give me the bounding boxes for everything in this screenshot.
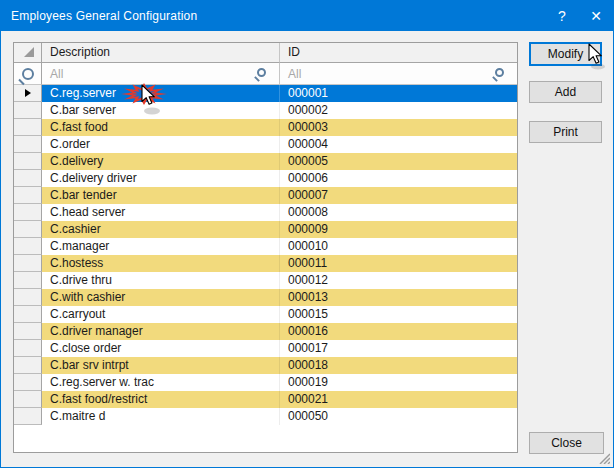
print-button[interactable]: Print: [529, 121, 602, 143]
filter-placeholder: All: [288, 67, 301, 81]
select-all-corner[interactable]: [14, 43, 42, 63]
close-button[interactable]: Close: [529, 432, 604, 454]
table-row[interactable]: C.drive thru 000012: [14, 272, 517, 289]
table-row[interactable]: C.bar srv intrpt 000018: [14, 357, 517, 374]
select-all-triangle-icon: [24, 47, 34, 57]
description-cell: C.bar srv intrpt: [42, 357, 280, 374]
id-cell: 000012: [280, 272, 517, 289]
grid-header-row: Description ID: [14, 43, 517, 63]
id-cell: 000050: [280, 408, 517, 425]
description-cell: C.maitre d: [42, 408, 280, 425]
id-cell: 000008: [280, 204, 517, 221]
description-cell: C.manager: [42, 238, 280, 255]
grid-filter-row: All All: [14, 63, 517, 85]
table-row[interactable]: C.delivery 000005: [14, 153, 517, 170]
id-cell: 000016: [280, 323, 517, 340]
id-cell: 000021: [280, 391, 517, 408]
description-cell: C.driver manager: [42, 323, 280, 340]
table-row[interactable]: C.fast food 000003: [14, 119, 517, 136]
description-cell: C.carryout: [42, 306, 280, 323]
table-row[interactable]: C.maitre d 000050: [14, 408, 517, 425]
row-header-cell: [14, 340, 42, 357]
row-header-cell: [14, 374, 42, 391]
row-header-cell: [14, 136, 42, 153]
row-header-cell: [14, 289, 42, 306]
dialog-window: Employees General Configuration ? ✕ Desc…: [0, 0, 614, 468]
table-row[interactable]: C.bar server 000002: [14, 102, 517, 119]
table-row[interactable]: C.delivery driver 000006: [14, 170, 517, 187]
id-cell: 000007: [280, 187, 517, 204]
description-cell: C.fast food/restrict: [42, 391, 280, 408]
search-icon[interactable]: [495, 68, 504, 77]
filter-placeholder: All: [50, 67, 63, 81]
row-header-cell: [14, 357, 42, 374]
id-cell: 000002: [280, 102, 517, 119]
id-cell: 000010: [280, 238, 517, 255]
description-cell: C.bar server: [42, 102, 280, 119]
id-filter-input[interactable]: All: [280, 63, 517, 85]
description-cell: C.drive thru: [42, 272, 280, 289]
id-cell: 000018: [280, 357, 517, 374]
table-row[interactable]: C.reg.server 000001: [14, 85, 517, 102]
id-cell: 000006: [280, 170, 517, 187]
id-cell: 000001: [280, 85, 517, 102]
search-icon: [22, 68, 34, 80]
row-marker-arrow-icon: [25, 89, 31, 97]
table-row[interactable]: C.driver manager 000016: [14, 323, 517, 340]
table-row[interactable]: C.manager 000010: [14, 238, 517, 255]
table-row[interactable]: C.carryout 000015: [14, 306, 517, 323]
row-header-cell: [14, 408, 42, 425]
id-cell: 000015: [280, 306, 517, 323]
description-filter-input[interactable]: All: [42, 63, 280, 85]
description-cell: C.bar tender: [42, 187, 280, 204]
filter-corner-cell[interactable]: [14, 63, 42, 85]
id-cell: 000019: [280, 374, 517, 391]
table-row[interactable]: C.close order 000017: [14, 340, 517, 357]
row-header-cell: [14, 323, 42, 340]
modify-button[interactable]: Modify: [529, 42, 602, 66]
row-header-cell: [14, 221, 42, 238]
resize-grip-icon[interactable]: [598, 452, 610, 464]
row-header-cell: [14, 85, 42, 102]
table-row[interactable]: C.with cashier 000013: [14, 289, 517, 306]
id-cell: 000004: [280, 136, 517, 153]
title-bar: Employees General Configuration ? ✕: [1, 1, 613, 31]
table-row[interactable]: C.hostess 000011: [14, 255, 517, 272]
row-header-cell: [14, 187, 42, 204]
table-row[interactable]: C.bar tender 000007: [14, 187, 517, 204]
row-header-cell: [14, 102, 42, 119]
row-header-cell: [14, 255, 42, 272]
row-header-cell: [14, 272, 42, 289]
row-header-cell: [14, 153, 42, 170]
id-cell: 000011: [280, 255, 517, 272]
row-header-cell: [14, 119, 42, 136]
table-row[interactable]: C.head server 000008: [14, 204, 517, 221]
description-cell: C.reg.server w. trac: [42, 374, 280, 391]
window-title: Employees General Configuration: [1, 9, 545, 23]
id-cell: 000003: [280, 119, 517, 136]
add-button[interactable]: Add: [529, 81, 602, 103]
description-cell: C.order: [42, 136, 280, 153]
column-header-id[interactable]: ID: [280, 43, 517, 63]
column-header-description[interactable]: Description: [42, 43, 280, 63]
row-header-cell: [14, 391, 42, 408]
close-window-button[interactable]: ✕: [579, 1, 613, 31]
search-icon[interactable]: [257, 68, 266, 77]
table-row[interactable]: C.order 000004: [14, 136, 517, 153]
description-cell: C.head server: [42, 204, 280, 221]
description-cell: C.fast food: [42, 119, 280, 136]
table-row[interactable]: C.cashier 000009: [14, 221, 517, 238]
table-row[interactable]: C.fast food/restrict 000021: [14, 391, 517, 408]
description-cell: C.close order: [42, 340, 280, 357]
id-cell: 000013: [280, 289, 517, 306]
employees-grid: Description ID All All C.reg.server 0000…: [13, 42, 518, 453]
description-cell: C.delivery: [42, 153, 280, 170]
table-row[interactable]: C.reg.server w. trac 000019: [14, 374, 517, 391]
description-cell: C.reg.server: [42, 85, 280, 102]
row-header-cell: [14, 306, 42, 323]
description-cell: C.with cashier: [42, 289, 280, 306]
description-cell: C.cashier: [42, 221, 280, 238]
id-cell: 000009: [280, 221, 517, 238]
description-cell: C.hostess: [42, 255, 280, 272]
help-button[interactable]: ?: [545, 1, 579, 31]
